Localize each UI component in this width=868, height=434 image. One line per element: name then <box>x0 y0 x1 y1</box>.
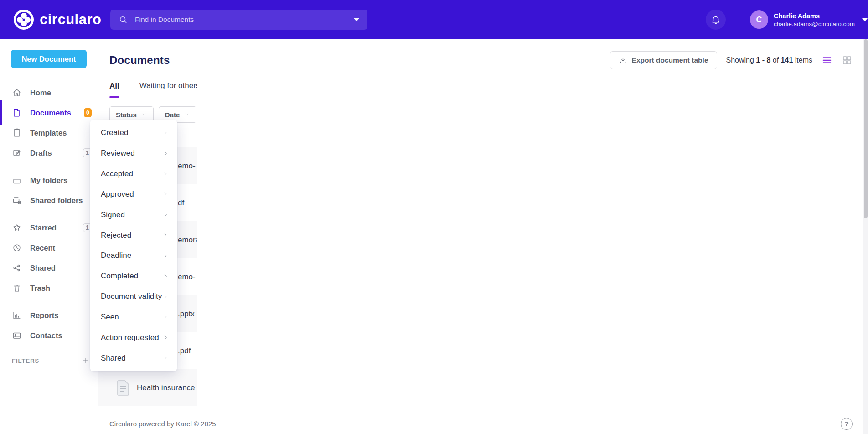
tab-all[interactable]: All <box>109 82 119 97</box>
tab-label: Waiting for others <box>140 81 200 90</box>
remind-button[interactable]: Remind <box>733 378 847 397</box>
menu-item-label: Document validity <box>101 292 162 301</box>
status-menu-item-signed[interactable]: Signed <box>90 204 177 225</box>
template-icon <box>12 128 22 138</box>
sidebar-item-label: Shared folders <box>30 196 92 205</box>
chevron-right-icon <box>162 273 169 280</box>
brand-name: circularo <box>40 11 101 28</box>
help-button[interactable]: ? <box>841 418 852 430</box>
bell-icon <box>711 15 721 25</box>
status-menu-item-action-requested[interactable]: Action requested <box>90 327 177 348</box>
user-menu[interactable]: C Charlie Adams charlie.adams@circularo.… <box>750 10 868 29</box>
add-filter-plus-icon[interactable] <box>82 357 89 364</box>
status-menu-item-document-validity[interactable]: Document validity <box>90 287 177 307</box>
action-button-label: Remind <box>733 378 847 397</box>
chevron-right-icon <box>162 191 169 198</box>
sidebar-item-label: Documents <box>30 109 84 117</box>
global-search[interactable] <box>110 10 367 30</box>
actions-cell: Remind <box>729 378 868 397</box>
nav-divider <box>11 214 98 214</box>
status-menu-item-shared[interactable]: Shared <box>90 348 177 368</box>
chevron-right-icon <box>162 211 169 218</box>
menu-item-label: Signed <box>101 210 125 220</box>
sidebar-item-home[interactable]: Home <box>0 83 98 103</box>
app-logo[interactable]: circularo <box>14 10 101 30</box>
sidebar-item-documents[interactable]: Documents0 <box>0 103 98 123</box>
menu-item-label: Deadline <box>101 251 131 260</box>
sidebar-item-templates[interactable]: Templates <box>0 123 98 143</box>
nav-divider <box>11 167 98 167</box>
menu-item-label: Accepted <box>101 169 133 178</box>
sidebar-item-my-folders[interactable]: My folders <box>0 170 98 190</box>
sidebar-item-reports[interactable]: Reports <box>0 305 98 325</box>
chevron-right-icon <box>162 252 169 259</box>
table-row[interactable]: Health insurance form.pdfGGabriel Johnso… <box>98 369 868 406</box>
tab-label: All <box>109 82 119 91</box>
chevron-right-icon <box>162 334 169 341</box>
user-email: charlie.adams@circularo.com <box>774 21 855 27</box>
sidebar-item-trash[interactable]: Trash <box>0 278 98 298</box>
document-name: df <box>178 199 184 208</box>
nav-divider <box>11 302 98 302</box>
chevron-down-icon <box>184 111 190 118</box>
sidebar-filters-label: FILTERS <box>12 357 82 364</box>
download-icon <box>619 56 627 65</box>
status-menu-item-created[interactable]: Created <box>90 123 177 143</box>
menu-item-label: Action requested <box>101 333 159 342</box>
home-icon <box>12 88 22 98</box>
sidebar-item-recent[interactable]: Recent <box>0 238 98 258</box>
sidebar-item-label: Trash <box>30 284 92 293</box>
chart-icon <box>12 310 22 320</box>
status-menu-item-deadline[interactable]: Deadline <box>90 246 177 266</box>
sidebar-item-drafts[interactable]: Drafts1 <box>0 143 98 163</box>
star-icon <box>12 223 22 233</box>
scrollbar-thumb[interactable] <box>864 39 868 218</box>
status-menu-item-accepted[interactable]: Accepted <box>90 164 177 184</box>
sidebar-item-label: Drafts <box>30 149 83 157</box>
user-menu-caret-icon <box>862 18 868 21</box>
chevron-right-icon <box>162 171 169 178</box>
sidebar-item-contacts[interactable]: Contacts <box>0 325 98 345</box>
sidebar-item-shared-folders[interactable]: Shared folders <box>0 190 98 210</box>
list-view-toggle[interactable] <box>822 55 832 66</box>
sidebar-item-label: Recent <box>30 244 92 252</box>
new-document-button[interactable]: New Document <box>11 50 87 68</box>
draft-icon <box>12 148 22 158</box>
export-document-table-button[interactable]: Export document table <box>610 51 717 69</box>
sidebar-item-label: Templates <box>30 129 92 137</box>
status-filter-menu: CreatedReviewedAcceptedApprovedSignedRej… <box>90 120 177 371</box>
logo-icon <box>14 10 34 30</box>
grid-view-toggle[interactable] <box>842 55 852 66</box>
status-menu-item-rejected[interactable]: Rejected <box>90 225 177 246</box>
scrollbar-track <box>863 39 868 434</box>
sidebar-badge: 0 <box>84 108 92 117</box>
chevron-right-icon <box>162 293 169 300</box>
status-menu-item-completed[interactable]: Completed <box>90 266 177 287</box>
notifications-button[interactable] <box>706 10 726 30</box>
export-button-label: Export document table <box>632 56 708 64</box>
showing-items-count: Showing 1 - 8 of 141 items <box>726 56 812 64</box>
contacts-icon <box>12 330 22 340</box>
status-menu-item-approved[interactable]: Approved <box>90 184 177 204</box>
filter-chip-label: Date <box>165 111 180 119</box>
sidebar-item-shared[interactable]: Shared <box>0 258 98 278</box>
search-scope-caret-icon[interactable] <box>354 18 359 21</box>
menu-item-label: Seen <box>101 313 119 322</box>
sidebar-nav: HomeDocuments0TemplatesDrafts1My folders… <box>0 83 98 345</box>
status-menu-item-seen[interactable]: Seen <box>90 307 177 327</box>
chevron-right-icon <box>162 232 169 239</box>
menu-item-label: Approved <box>101 190 134 199</box>
sidebar: New Document HomeDocuments0TemplatesDraf… <box>0 39 98 434</box>
document-name: .pdf <box>178 346 191 356</box>
sidebar-item-label: Home <box>30 89 92 97</box>
chevron-right-icon <box>162 355 169 361</box>
sidebar-filters-section[interactable]: FILTERS <box>0 353 98 368</box>
file-icon <box>117 380 129 396</box>
user-avatar: C <box>750 10 768 29</box>
search-input[interactable] <box>134 15 348 24</box>
user-name: Charlie Adams <box>774 12 855 20</box>
footer-text: Circularo powered by Karel © 2025 <box>109 420 216 428</box>
status-menu-item-reviewed[interactable]: Reviewed <box>90 143 177 164</box>
sidebar-item-starred[interactable]: Starred1 <box>0 218 98 238</box>
top-bar: circularo C Charlie Adams charlie.adams@… <box>0 0 868 39</box>
